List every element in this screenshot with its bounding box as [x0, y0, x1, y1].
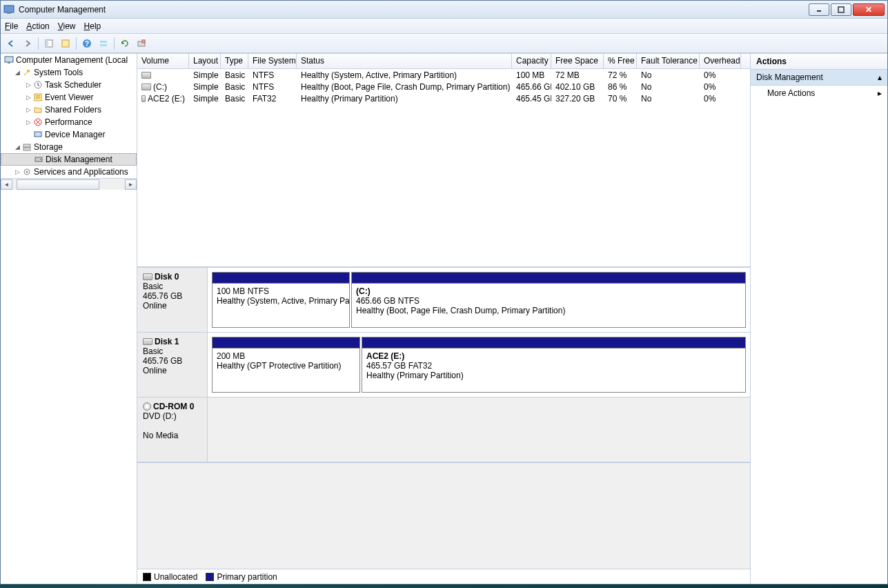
col-volume[interactable]: Volume — [137, 54, 189, 68]
volume-fault: No — [637, 82, 700, 92]
partition-color-bar — [362, 337, 745, 349]
services-icon — [21, 166, 32, 177]
col-freespace[interactable]: Free Space — [551, 54, 604, 68]
tree-task-scheduler[interactable]: ▷ Task Scheduler — [1, 79, 137, 91]
performance-icon — [32, 117, 43, 128]
scroll-thumb[interactable] — [17, 179, 99, 190]
properties-button[interactable] — [58, 36, 73, 51]
svg-rect-12 — [142, 40, 145, 43]
col-type[interactable]: Type — [221, 54, 248, 68]
help-button[interactable]: ? — [79, 36, 95, 51]
expand-icon[interactable]: ▷ — [24, 94, 32, 101]
svg-rect-20 — [34, 132, 41, 137]
disk-type: Basic — [143, 346, 201, 356]
col-status[interactable]: Status — [297, 54, 512, 68]
collapse-icon[interactable]: ◢ — [13, 144, 21, 150]
volume-list[interactable]: Volume Layout Type File System Status Ca… — [137, 54, 750, 268]
volume-freespace: 402.10 GB — [551, 82, 604, 92]
menu-help[interactable]: Help — [84, 21, 101, 31]
storage-icon — [21, 141, 32, 153]
main-pane: Volume Layout Type File System Status Ca… — [137, 54, 751, 584]
col-filesystem[interactable]: File System — [248, 54, 297, 68]
menubar: File Action View Help — [1, 19, 887, 34]
app-icon — [3, 4, 14, 15]
close-button[interactable]: ✕ — [853, 3, 885, 16]
volume-layout: Simple — [189, 70, 221, 80]
device-icon — [32, 129, 43, 140]
svg-rect-21 — [23, 144, 30, 147]
maximize-button[interactable] — [831, 3, 851, 16]
volume-icon — [141, 95, 146, 102]
tree-services[interactable]: ▷ Services and Applications — [1, 166, 137, 178]
expand-icon[interactable]: ▷ — [24, 106, 32, 113]
disk-type: Basic — [143, 282, 201, 291]
svg-point-26 — [26, 171, 28, 173]
navigation-tree[interactable]: Computer Management (Local ◢ System Tool… — [1, 54, 137, 584]
tree-system-tools[interactable]: ◢ System Tools — [1, 66, 137, 79]
settings-button[interactable] — [134, 36, 149, 51]
legend-unallocated-label: Unallocated — [154, 572, 197, 582]
tree-scrollbar[interactable]: ◄ ► — [1, 178, 137, 190]
back-button[interactable] — [3, 36, 19, 51]
actions-section-disk-management[interactable]: Disk Management ▴ — [751, 70, 887, 86]
disk-type: DVD (D:) — [143, 411, 201, 421]
scroll-left-button[interactable]: ◄ — [1, 179, 12, 190]
partition[interactable]: (C:)465.66 GB NTFSHealthy (Boot, Page Fi… — [351, 272, 746, 328]
menu-view[interactable]: View — [58, 21, 76, 31]
col-overhead[interactable]: Overhead — [700, 54, 741, 68]
forward-button[interactable] — [20, 36, 35, 51]
partition-status: Healthy (Primary Partition) — [366, 371, 741, 380]
clock-icon — [32, 79, 43, 90]
volume-fs: FAT32 — [248, 94, 297, 104]
menu-file[interactable]: File — [5, 21, 18, 31]
legend-primary-label: Primary partition — [217, 572, 277, 582]
disk-row[interactable]: Disk 1Basic465.76 GBOnline200 MBHealthy … — [137, 333, 750, 398]
volume-row[interactable]: SimpleBasicNTFSHealthy (System, Active, … — [137, 69, 750, 81]
partition[interactable]: 100 MB NTFSHealthy (System, Active, Prim… — [212, 272, 350, 328]
tree-shared-folders[interactable]: ▷ Shared Folders — [1, 104, 137, 116]
partition-color-bar — [213, 337, 359, 349]
scroll-right-button[interactable]: ► — [125, 179, 137, 190]
col-pctfree[interactable]: % Free — [604, 54, 637, 68]
tree-disk-management[interactable]: Disk Management — [1, 153, 137, 166]
view-button[interactable] — [96, 36, 111, 51]
tree-performance[interactable]: ▷ Performance — [1, 116, 137, 128]
expand-icon[interactable]: ▷ — [13, 168, 21, 175]
col-fault[interactable]: Fault Tolerance — [637, 54, 700, 68]
expand-icon[interactable]: ▷ — [24, 81, 32, 88]
minimize-button[interactable] — [809, 3, 829, 16]
svg-rect-10 — [100, 44, 107, 46]
titlebar: Computer Management ✕ — [1, 1, 887, 19]
tree-event-viewer[interactable]: ▷ Event Viewer — [1, 91, 137, 104]
menu-action[interactable]: Action — [26, 21, 49, 31]
show-hide-tree-button[interactable] — [41, 36, 57, 51]
disk-partitions: 100 MB NTFSHealthy (System, Active, Prim… — [208, 268, 750, 332]
action-more-actions[interactable]: More Actions ▸ — [751, 86, 887, 101]
volume-overhead: 0% — [700, 82, 741, 92]
col-layout[interactable]: Layout — [189, 54, 221, 68]
partition-size: 100 MB NTFS — [217, 286, 345, 296]
volume-freespace: 72 MB — [551, 70, 604, 80]
partition[interactable]: ACE2 (E:)465.57 GB FAT32Healthy (Primary… — [362, 337, 746, 393]
col-capacity[interactable]: Capacity — [512, 54, 551, 68]
tree-device-manager[interactable]: Device Manager — [1, 128, 137, 141]
collapse-icon[interactable]: ◢ — [13, 69, 21, 76]
volume-name: (C:) — [153, 82, 167, 92]
partition[interactable]: 200 MBHealthy (GPT Protective Partition) — [212, 337, 360, 393]
partition-name: ACE2 (E:) — [366, 351, 741, 361]
disk-row[interactable]: CD-ROM 0DVD (D:) No Media — [137, 398, 750, 462]
tree-root[interactable]: Computer Management (Local — [1, 54, 137, 66]
tree-storage[interactable]: ◢ Storage — [1, 141, 137, 153]
svg-rect-16 — [34, 94, 41, 101]
cdrom-icon — [143, 402, 151, 411]
expand-icon[interactable]: ▷ — [24, 119, 32, 126]
disk-row[interactable]: Disk 0Basic465.76 GBOnline100 MB NTFSHea… — [137, 268, 750, 333]
disk-graphical-view[interactable]: Disk 0Basic465.76 GBOnline100 MB NTFSHea… — [137, 268, 750, 569]
refresh-button[interactable] — [117, 36, 132, 51]
disk-partitions: 200 MBHealthy (GPT Protective Partition)… — [208, 333, 750, 397]
disk-partitions — [208, 398, 750, 462]
volume-row[interactable]: (C:)SimpleBasicNTFSHealthy (Boot, Page F… — [137, 81, 750, 92]
submenu-arrow-icon: ▸ — [878, 88, 882, 98]
volume-row[interactable]: ACE2 (E:)SimpleBasicFAT32Healthy (Primar… — [137, 92, 750, 104]
event-icon — [32, 92, 43, 103]
